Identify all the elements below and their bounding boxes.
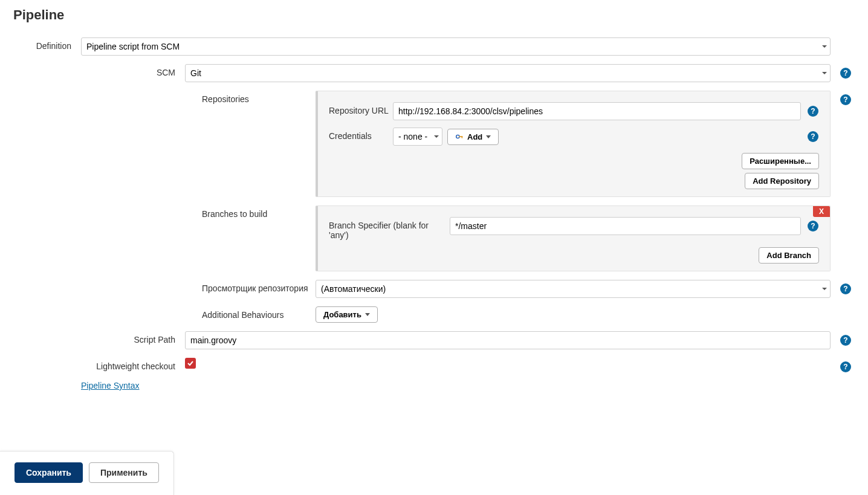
- key-icon: [455, 132, 464, 141]
- branches-label: Branches to build: [202, 205, 316, 219]
- definition-select[interactable]: Pipeline script from SCM: [81, 37, 831, 56]
- lightweight-checkbox[interactable]: [185, 358, 196, 369]
- add-behaviour-label: Добавить: [323, 310, 361, 319]
- repository-panel: Repository URL ? Credentials - none -: [316, 91, 831, 197]
- add-behaviour-button[interactable]: Добавить: [316, 306, 378, 323]
- caret-down-icon: [486, 135, 491, 138]
- add-credentials-button[interactable]: Add: [447, 129, 499, 145]
- help-icon[interactable]: ?: [840, 335, 851, 346]
- script-path-label: Script Path: [13, 331, 185, 345]
- remove-branch-button[interactable]: X: [813, 206, 830, 217]
- credentials-select[interactable]: - none -: [393, 128, 442, 146]
- behaviours-label: Additional Behaviours: [202, 306, 316, 320]
- repo-browser-label: Просмотрщик репозитория: [202, 280, 316, 293]
- apply-button[interactable]: Применить: [89, 462, 159, 483]
- lightweight-label: Lightweight checkout: [13, 358, 185, 371]
- credentials-label: Credentials: [329, 128, 393, 141]
- help-icon[interactable]: ?: [840, 361, 851, 372]
- help-icon[interactable]: ?: [808, 131, 818, 142]
- help-icon[interactable]: ?: [808, 221, 818, 231]
- repo-url-label: Repository URL: [329, 102, 393, 115]
- help-icon[interactable]: ?: [840, 283, 851, 294]
- script-path-input[interactable]: [185, 331, 831, 349]
- help-icon[interactable]: ?: [808, 106, 818, 117]
- add-credentials-label: Add: [467, 132, 482, 141]
- advanced-button[interactable]: Расширенные...: [742, 153, 819, 169]
- repo-url-input[interactable]: [393, 102, 801, 120]
- scm-select[interactable]: Git: [185, 64, 831, 82]
- add-repository-button[interactable]: Add Repository: [745, 173, 819, 189]
- caret-down-icon: [365, 313, 370, 316]
- help-icon[interactable]: ?: [840, 68, 851, 79]
- pipeline-syntax-link[interactable]: Pipeline Syntax: [81, 381, 140, 390]
- repo-browser-select[interactable]: (Автоматически): [316, 280, 831, 298]
- branch-specifier-label: Branch Specifier (blank for 'any'): [329, 217, 450, 240]
- add-branch-button[interactable]: Add Branch: [759, 247, 819, 264]
- branch-specifier-input[interactable]: [450, 217, 801, 235]
- save-button[interactable]: Сохранить: [15, 462, 83, 483]
- definition-label: Definition: [13, 37, 81, 51]
- repositories-label: Repositories: [202, 91, 316, 104]
- page-title: Pipeline: [13, 7, 855, 23]
- scm-label: SCM: [13, 64, 185, 77]
- svg-rect-2: [462, 136, 463, 138]
- action-bar: Сохранить Применить: [0, 451, 174, 495]
- help-icon[interactable]: ?: [840, 94, 851, 105]
- branch-panel: X Branch Specifier (blank for 'any') ? A…: [316, 205, 831, 271]
